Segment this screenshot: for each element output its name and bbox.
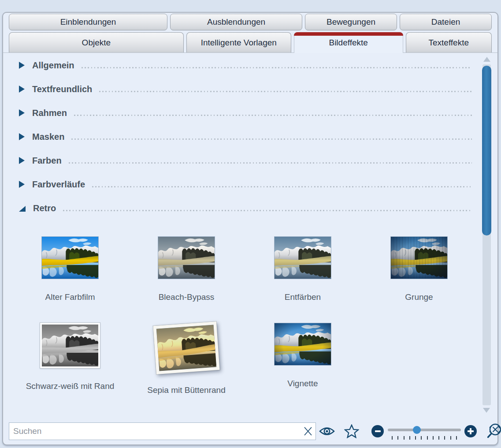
expander-triangle-icon bbox=[19, 86, 25, 93]
dotted-leader bbox=[71, 138, 472, 140]
effect-item[interactable]: Entfärben bbox=[245, 236, 361, 302]
expander-triangle-icon bbox=[19, 133, 25, 140]
effect-label: Schwarz-weiß mit Rand bbox=[26, 381, 115, 391]
category-label: Rahmen bbox=[32, 108, 67, 118]
tab-label: Einblendungen bbox=[60, 17, 116, 27]
zoom-in-icon bbox=[468, 428, 474, 434]
clear-x-icon bbox=[303, 426, 313, 437]
zoom-out-icon bbox=[375, 430, 381, 432]
effect-thumbnail bbox=[390, 236, 448, 279]
favorites-button[interactable] bbox=[344, 424, 359, 438]
zoom-out-button[interactable] bbox=[371, 425, 384, 437]
effect-thumbnail bbox=[41, 236, 99, 279]
effects-grid: Alter Farbfilm Bleach-Bypass bbox=[12, 236, 477, 395]
tab[interactable]: Bewegungen bbox=[305, 14, 397, 30]
effect-item[interactable]: Grunge bbox=[361, 236, 477, 302]
thumbnail-size-slider[interactable] bbox=[388, 422, 461, 441]
zoom-in-button[interactable] bbox=[464, 425, 477, 437]
effect-thumbnail-frame bbox=[40, 323, 100, 368]
category-row[interactable]: Textfreundlich bbox=[19, 77, 472, 101]
effect-label: Grunge bbox=[405, 292, 433, 302]
effect-overlay bbox=[42, 237, 98, 279]
category-label: Retro bbox=[33, 203, 56, 213]
effect-thumbnail-frame bbox=[274, 236, 331, 279]
tab[interactable]: Ausblendungen bbox=[170, 14, 302, 30]
category-row[interactable]: Rahmen bbox=[19, 101, 472, 125]
effect-overlay bbox=[275, 323, 331, 365]
category-row[interactable]: Retro bbox=[19, 196, 472, 220]
tab[interactable]: Bildeffekte bbox=[294, 32, 403, 53]
dotted-leader bbox=[82, 67, 472, 68]
expander-triangle-icon bbox=[19, 181, 25, 188]
eye-icon bbox=[319, 426, 335, 437]
tab-label: Objekte bbox=[82, 38, 111, 48]
effect-item[interactable]: Bleach-Bypass bbox=[128, 236, 245, 302]
category-row[interactable]: Masken bbox=[19, 125, 472, 149]
effect-thumbnail-frame bbox=[274, 323, 331, 366]
category-row[interactable]: Farbverläufe bbox=[19, 172, 472, 196]
category-label: Farbverläufe bbox=[32, 179, 85, 190]
tab[interactable]: Objekte bbox=[9, 32, 184, 52]
tab[interactable]: Einblendungen bbox=[9, 14, 167, 30]
category-list: Allgemein Textfreundlich Rahmen Masken bbox=[19, 53, 472, 220]
search-input[interactable] bbox=[9, 422, 316, 440]
effect-item[interactable]: Alter Farbfilm bbox=[12, 236, 128, 302]
effect-label: Entfärben bbox=[285, 292, 321, 302]
effect-thumbnail bbox=[274, 236, 331, 279]
effect-thumbnail-frame bbox=[158, 236, 215, 279]
zoom-fit-button[interactable] bbox=[486, 422, 501, 440]
dotted-leader bbox=[63, 210, 472, 211]
category-label: Textfreundlich bbox=[32, 84, 92, 94]
tab-label: Intelligente Vorlagen bbox=[201, 38, 277, 48]
effect-item[interactable]: Sepia mit Büttenrand bbox=[128, 323, 245, 395]
category-label: Farben bbox=[32, 156, 62, 166]
tab-label: Bewegungen bbox=[327, 17, 375, 27]
effect-thumbnail-frame bbox=[41, 236, 99, 279]
search-field-wrap bbox=[9, 422, 316, 440]
tab-row-top: Einblendungen Ausblendungen Bewegungen D… bbox=[3, 14, 497, 30]
effects-panel: Einblendungen Ausblendungen Bewegungen D… bbox=[2, 12, 498, 445]
effect-overlay bbox=[42, 325, 98, 366]
preview-toggle-button[interactable] bbox=[319, 426, 335, 437]
tab-label: Dateien bbox=[431, 17, 460, 27]
category-label: Masken bbox=[32, 132, 64, 142]
category-label: Allgemein bbox=[32, 60, 74, 71]
vertical-scrollbar[interactable] bbox=[482, 57, 491, 413]
star-icon bbox=[344, 424, 359, 438]
tab-label: Ausblendungen bbox=[207, 17, 265, 27]
effect-thumbnail bbox=[153, 321, 219, 374]
tab[interactable]: Intelligente Vorlagen bbox=[186, 32, 291, 52]
effect-label: Sepia mit Büttenrand bbox=[147, 385, 225, 395]
expander-triangle-icon bbox=[19, 206, 26, 212]
expander-triangle-icon bbox=[19, 109, 25, 116]
dotted-leader bbox=[99, 91, 472, 92]
effect-thumbnail-frame bbox=[153, 321, 219, 374]
slider-track[interactable] bbox=[388, 429, 461, 431]
clear-search-button[interactable] bbox=[303, 426, 313, 437]
slider-thumb[interactable] bbox=[413, 426, 421, 434]
tab[interactable]: Dateien bbox=[400, 14, 492, 30]
effect-overlay bbox=[156, 325, 216, 371]
tab-label: Bildeffekte bbox=[329, 38, 367, 48]
scrollbar-thumb[interactable] bbox=[482, 66, 491, 235]
effect-item[interactable]: Vignette bbox=[245, 323, 361, 395]
expander-triangle-icon bbox=[19, 62, 25, 69]
dotted-leader bbox=[74, 115, 472, 116]
effect-thumbnail bbox=[158, 236, 215, 279]
effect-overlay bbox=[275, 237, 331, 279]
effect-thumbnail bbox=[40, 323, 100, 368]
zoom-fit-icon bbox=[486, 422, 501, 440]
effect-item[interactable]: Schwarz-weiß mit Rand bbox=[12, 323, 128, 395]
scrollbar-track[interactable] bbox=[482, 64, 491, 405]
scroll-up-arrow-icon[interactable] bbox=[483, 57, 490, 62]
effect-thumbnail-frame bbox=[390, 236, 448, 279]
dotted-leader bbox=[69, 162, 472, 164]
category-row[interactable]: Farben bbox=[19, 149, 472, 172]
effect-overlay bbox=[391, 237, 447, 279]
scroll-down-arrow-icon[interactable] bbox=[483, 408, 490, 413]
category-row[interactable]: Allgemein bbox=[19, 53, 472, 77]
dotted-leader bbox=[92, 186, 472, 187]
effect-thumbnail bbox=[274, 323, 331, 366]
tab[interactable]: Texteffekte bbox=[406, 32, 492, 52]
effect-overlay bbox=[158, 237, 215, 279]
